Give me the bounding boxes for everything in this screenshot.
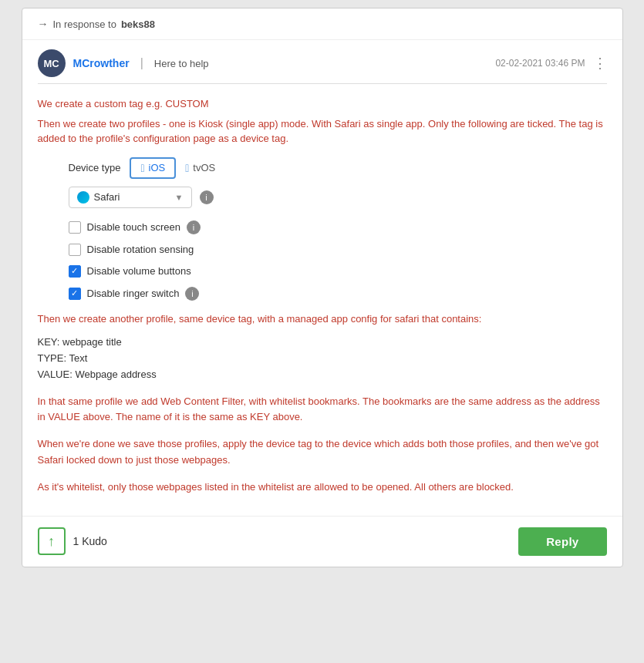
ios-button[interactable]:  iOS — [130, 157, 176, 179]
apple-icon:  — [140, 162, 144, 174]
post-card: → In response to beks88 MC MCrowther | H… — [22, 8, 623, 567]
intro-line2: Then we create two profiles - one is Kio… — [38, 116, 607, 146]
checkbox-rotation[interactable] — [69, 244, 81, 256]
ios-label: iOS — [149, 162, 166, 173]
value-line: VALUE: Webpage address — [38, 367, 607, 383]
tvos-label: tvOS — [193, 162, 215, 173]
in-response-label: In response to — [53, 19, 116, 30]
reply-button[interactable]: Reply — [518, 527, 606, 556]
safari-label: Safari — [94, 191, 120, 203]
post-header-left: MC MCrowther | Here to help — [38, 49, 209, 77]
checkbox-ringer[interactable]: ✓ — [69, 288, 81, 300]
arrow-icon: → — [38, 18, 49, 30]
header-divider — [38, 83, 607, 84]
safari-left: Safari — [77, 191, 120, 204]
type-line: TYPE: Text — [38, 351, 607, 367]
checkbox-row-touch: Disable touch screen i — [69, 220, 607, 234]
checkbox-touch-screen[interactable] — [69, 221, 81, 234]
checkboxes-section: Disable touch screen i Disable rotation … — [69, 220, 607, 301]
ringer-info-icon[interactable]: i — [185, 287, 199, 301]
response-to-link[interactable]: beks88 — [121, 19, 155, 30]
chevron-down-icon: ▼ — [175, 193, 184, 202]
key-line: KEY: webpage title — [38, 335, 607, 351]
device-type-label: Device type — [69, 162, 121, 173]
safari-info-icon[interactable]: i — [200, 190, 214, 204]
author-separator: | — [140, 56, 143, 70]
more-options-icon[interactable]: ⋮ — [593, 55, 607, 72]
safari-icon — [77, 191, 89, 204]
post-header: MC MCrowther | Here to help 02-02-2021 0… — [22, 40, 622, 83]
para5: As it's whitelist, only those webpages l… — [38, 480, 607, 496]
checkbox-row-ringer: ✓ Disable ringer switch i — [69, 287, 607, 301]
kudo-count: 1 Kudo — [73, 535, 107, 547]
apple-tvos-icon:  — [185, 162, 189, 174]
post-header-right: 02-02-2021 03:46 PM ⋮ — [495, 55, 606, 72]
author-role: Here to help — [154, 58, 209, 69]
kudo-section: ↑ 1 Kudo — [38, 527, 107, 555]
safari-dropdown[interactable]: Safari ▼ — [69, 187, 192, 208]
checkbox-ringer-label: Disable ringer switch — [87, 288, 180, 299]
intro-line1: We create a custom tag e.g. CUSTOM — [38, 96, 607, 112]
checkbox-volume-label: Disable volume buttons — [87, 265, 191, 277]
para3: In that same profile we add Web Content … — [38, 394, 607, 426]
post-body: We create a custom tag e.g. CUSTOM Then … — [22, 93, 622, 516]
in-response-bar: → In response to beks88 — [22, 8, 622, 40]
touch-screen-info-icon[interactable]: i — [187, 220, 201, 234]
para4: When we're done we save those profiles, … — [38, 436, 607, 469]
device-type-row: Device type  iOS  tvOS — [69, 157, 607, 179]
kudo-button[interactable]: ↑ — [38, 527, 66, 555]
upvote-icon: ↑ — [48, 533, 55, 550]
checkbox-row-rotation: Disable rotation sensing — [69, 244, 607, 256]
checkbox-row-volume: ✓ Disable volume buttons — [69, 265, 607, 278]
author-name[interactable]: MCrowther — [73, 57, 130, 69]
para2: Then we create another profile, same dev… — [38, 311, 607, 328]
tvos-button[interactable]:  tvOS — [185, 162, 215, 174]
avatar: MC — [38, 49, 66, 77]
checkbox-volume[interactable]: ✓ — [69, 265, 81, 278]
footer-bar: ↑ 1 Kudo Reply — [22, 516, 622, 567]
checkbox-touch-label: Disable touch screen — [87, 221, 180, 233]
post-date: 02-02-2021 03:46 PM — [495, 58, 585, 69]
checkbox-rotation-label: Disable rotation sensing — [87, 244, 194, 255]
safari-dropdown-row: Safari ▼ i — [69, 187, 607, 208]
